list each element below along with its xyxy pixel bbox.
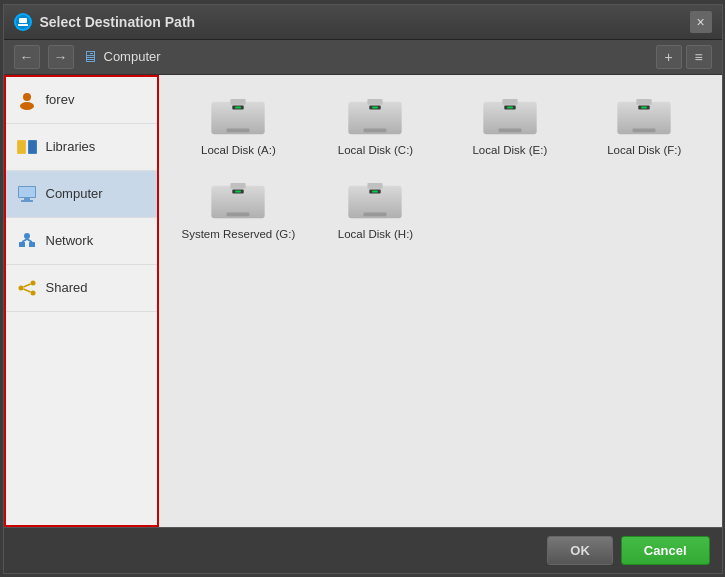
dialog: Select Destination Path × ← → 🖥 Computer… [3, 4, 723, 574]
view-button[interactable]: ≡ [686, 45, 712, 69]
disk-item-disk-c[interactable]: Local Disk (C:) [313, 90, 437, 164]
svg-rect-36 [507, 106, 513, 108]
svg-rect-44 [231, 182, 246, 188]
svg-rect-2 [18, 24, 28, 26]
svg-rect-6 [18, 141, 25, 153]
dialog-icon [14, 13, 32, 31]
disk-icon [209, 98, 267, 138]
disk-label: Local Disk (C:) [338, 144, 413, 156]
cancel-button[interactable]: Cancel [621, 536, 710, 565]
disk-grid: Local Disk (A:) Loc [174, 90, 707, 248]
svg-point-4 [20, 102, 34, 110]
svg-rect-26 [236, 106, 242, 108]
svg-rect-42 [633, 128, 656, 132]
svg-line-22 [23, 289, 30, 292]
svg-rect-15 [29, 242, 35, 247]
svg-point-13 [24, 233, 30, 239]
main-content: Local Disk (A:) Loc [159, 75, 722, 527]
ok-button[interactable]: OK [547, 536, 613, 565]
svg-rect-47 [227, 212, 250, 216]
back-button[interactable]: ← [14, 45, 40, 69]
title-bar: Select Destination Path × [4, 5, 722, 40]
disk-item-disk-g[interactable]: System Reserved (G:) [174, 174, 304, 248]
sidebar-label-network: Network [46, 233, 94, 248]
toolbar-right: + ≡ [656, 45, 712, 69]
disk-item-disk-h[interactable]: Local Disk (H:) [313, 174, 437, 248]
sidebar-item-forev[interactable]: forev [6, 77, 157, 124]
svg-rect-34 [502, 98, 517, 104]
svg-rect-31 [373, 106, 379, 108]
sidebar-item-network[interactable]: Network [6, 218, 157, 265]
svg-rect-1 [19, 18, 27, 23]
svg-rect-41 [641, 106, 647, 108]
svg-rect-37 [498, 128, 521, 132]
disk-label: Local Disk (E:) [472, 144, 547, 156]
sidebar-label-libraries: Libraries [46, 139, 96, 154]
svg-line-21 [23, 284, 30, 287]
svg-rect-24 [231, 98, 246, 104]
disk-label: Local Disk (F:) [607, 144, 681, 156]
library-icon [16, 136, 38, 158]
svg-point-20 [30, 290, 35, 295]
disk-item-disk-f[interactable]: Local Disk (F:) [582, 90, 706, 164]
svg-rect-8 [29, 141, 36, 153]
footer: OK Cancel [4, 527, 722, 573]
svg-rect-32 [364, 128, 387, 132]
disk-item-disk-a[interactable]: Local Disk (A:) [174, 90, 304, 164]
svg-rect-27 [227, 128, 250, 132]
sidebar: forev Libraries [4, 75, 159, 527]
svg-rect-51 [373, 190, 379, 192]
sidebar-item-libraries[interactable]: Libraries [6, 124, 157, 171]
forward-button[interactable]: → [48, 45, 74, 69]
svg-point-18 [18, 285, 23, 290]
network-icon [16, 230, 38, 252]
sidebar-item-shared[interactable]: Shared [6, 265, 157, 312]
title-bar-left: Select Destination Path [14, 13, 196, 31]
dialog-title: Select Destination Path [40, 14, 196, 30]
svg-rect-11 [24, 198, 30, 200]
svg-rect-52 [364, 212, 387, 216]
svg-rect-46 [236, 190, 242, 192]
svg-rect-29 [368, 98, 383, 104]
location-bar: 🖥 Computer [82, 48, 648, 66]
svg-rect-10 [19, 187, 35, 197]
computer-icon [16, 183, 38, 205]
user-icon [16, 89, 38, 111]
svg-rect-39 [637, 98, 652, 104]
new-folder-button[interactable]: + [656, 45, 682, 69]
sidebar-label-computer: Computer [46, 186, 103, 201]
content-area: forev Libraries [4, 75, 722, 527]
sidebar-label-shared: Shared [46, 280, 88, 295]
sidebar-item-computer[interactable]: Computer [6, 171, 157, 218]
disk-icon [209, 182, 267, 222]
svg-point-3 [23, 93, 31, 101]
shared-icon [16, 277, 38, 299]
location-text: Computer [104, 49, 161, 64]
disk-icon [346, 182, 404, 222]
disk-item-disk-e[interactable]: Local Disk (E:) [448, 90, 572, 164]
svg-line-17 [27, 239, 32, 242]
disk-icon [481, 98, 539, 138]
disk-icon [346, 98, 404, 138]
location-icon: 🖥 [82, 48, 98, 66]
svg-line-16 [22, 239, 27, 242]
disk-label: Local Disk (A:) [201, 144, 276, 156]
svg-rect-12 [21, 200, 33, 202]
svg-rect-14 [19, 242, 25, 247]
svg-point-19 [30, 280, 35, 285]
disk-label: Local Disk (H:) [338, 228, 413, 240]
svg-rect-49 [368, 182, 383, 188]
close-button[interactable]: × [690, 11, 712, 33]
toolbar: ← → 🖥 Computer + ≡ [4, 40, 722, 75]
disk-label: System Reserved (G:) [182, 228, 296, 240]
sidebar-label-forev: forev [46, 92, 75, 107]
disk-icon [615, 98, 673, 138]
